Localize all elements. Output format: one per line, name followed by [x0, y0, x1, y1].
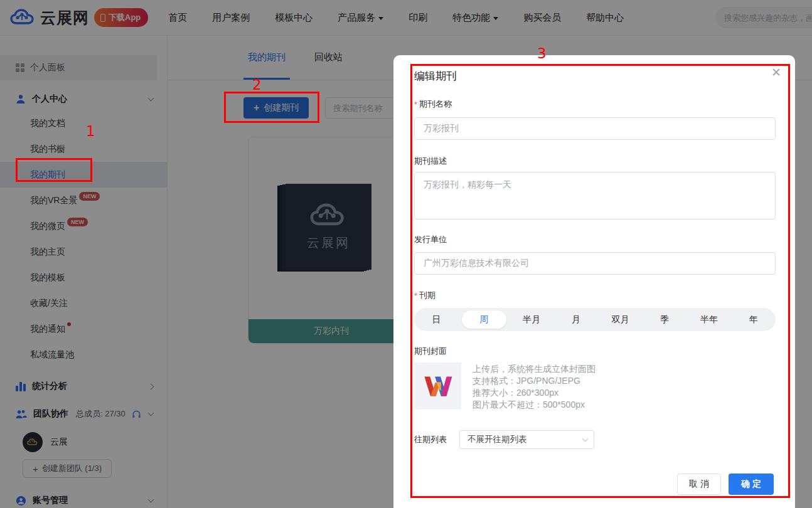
- field-label-cover: 期刊封面: [414, 346, 777, 357]
- field-label-journal-name: * 期刊名称: [414, 98, 777, 110]
- period-option-month[interactable]: 月: [553, 308, 598, 331]
- period-option-bimonthly[interactable]: 双月: [598, 308, 643, 331]
- cover-thumbnail[interactable]: [414, 362, 461, 410]
- field-label-period: * 刊期: [414, 290, 777, 301]
- required-asterisk: *: [414, 291, 417, 300]
- field-label-publisher: 发行单位: [414, 234, 777, 245]
- cover-upload-row: 上传后，系统将生成立体封面图 支持格式：JPG/PNG/JEPG 推荐大小：26…: [414, 362, 777, 411]
- cover-instructions: 上传后，系统将生成立体封面图 支持格式：JPG/PNG/JEPG 推荐大小：26…: [473, 362, 596, 411]
- period-option-week[interactable]: 周: [462, 310, 506, 329]
- edit-journal-modal: 编辑期刊 ✕ * 期刊名称 期刊描述 万彩报刊，精彩每一天 发行单位 * 刊期 …: [393, 55, 795, 508]
- journal-description-textarea[interactable]: 万彩报刊，精彩每一天: [414, 172, 776, 220]
- modal-footer: 取 消 确 定: [414, 474, 777, 495]
- period-option-quarter[interactable]: 季: [643, 308, 687, 331]
- modal-title: 编辑期刊: [414, 69, 777, 83]
- required-asterisk: *: [414, 100, 417, 109]
- w-logo-icon: [423, 374, 453, 398]
- past-issues-row: 往期列表 不展开往期列表: [414, 430, 777, 449]
- page: 云展网 下载App 首页 用户案例 模板中心 产品服务 印刷 特色功能 购买会员…: [0, 0, 812, 508]
- field-label-description: 期刊描述: [414, 156, 777, 167]
- close-icon[interactable]: ✕: [771, 66, 781, 78]
- period-option-half-year[interactable]: 半年: [687, 308, 732, 331]
- period-option-day[interactable]: 日: [414, 308, 459, 331]
- field-label-past-issues: 往期列表: [414, 434, 447, 445]
- chevron-down-icon: [582, 436, 589, 442]
- confirm-button[interactable]: 确 定: [729, 474, 774, 495]
- publisher-input[interactable]: [414, 252, 776, 275]
- period-option-year[interactable]: 年: [731, 308, 776, 331]
- period-option-half-month[interactable]: 半月: [510, 308, 554, 331]
- cancel-button[interactable]: 取 消: [677, 474, 721, 495]
- past-issues-select[interactable]: 不展开往期列表: [459, 430, 594, 449]
- period-segmented-control: 日 周 半月 月 双月 季 半年 年: [414, 308, 776, 331]
- journal-name-input[interactable]: [414, 117, 776, 140]
